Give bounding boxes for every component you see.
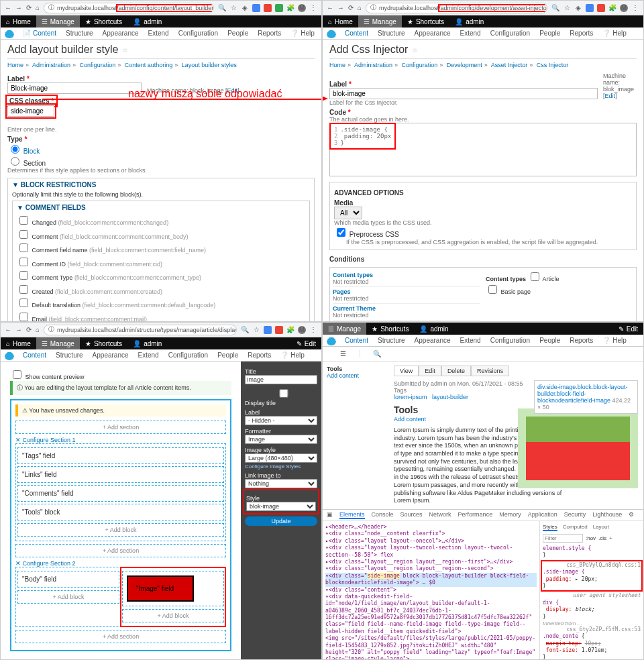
type-block-radio[interactable]: Block [7, 148, 40, 155]
menu-extend[interactable]: Extend [455, 28, 486, 39]
formatter-select[interactable]: Image [245, 435, 317, 444]
zoom-icon[interactable]: 🔍 [241, 326, 249, 334]
style-rule-div[interactable]: user agent stylesheet div { display: blo… [543, 592, 641, 620]
restrictions-legend[interactable]: BLOCK RESTRICTIONS [21, 181, 97, 188]
tab-elements[interactable]: Elements [339, 511, 365, 519]
shortcuts-tab[interactable]: ★ Shortcuts [402, 15, 449, 28]
menu-help[interactable]: ❔ Help [286, 28, 319, 39]
diamond-icon[interactable]: ◈ [574, 4, 582, 12]
user-tab[interactable]: 👤 admin [127, 15, 167, 28]
tab-console[interactable]: Console [372, 511, 394, 519]
add-block-link[interactable]: + Add block [122, 609, 224, 622]
filter-input[interactable] [543, 534, 583, 543]
favorite-icon[interactable]: ☆ [412, 46, 418, 54]
menu-reports[interactable]: Reports [253, 28, 286, 39]
tab-lighthouse[interactable]: Lighthouse [592, 511, 622, 519]
menu-icon[interactable]: ☰ [327, 350, 360, 358]
favorite-icon[interactable]: ☆ [122, 46, 128, 54]
tab-revisions[interactable]: Revisions [471, 366, 509, 376]
tab-layout[interactable]: Layout [593, 524, 609, 531]
inspect-icon[interactable]: ▣ [327, 511, 333, 519]
comment-field-checkbox[interactable]: Changed (field_block:comment:comment:cha… [17, 214, 305, 228]
diamond-icon[interactable]: ◈ [241, 4, 249, 12]
add-block-link[interactable]: + Add block [17, 590, 119, 604]
puzzle-icon[interactable]: 🧩 [286, 326, 294, 334]
tab-security[interactable]: Security [564, 511, 586, 519]
code-editor[interactable]: 1.side-image { 2 padding: 20px 3} [329, 123, 637, 176]
configure-section-2[interactable]: Configure Section 2 [23, 560, 76, 567]
menu-configuration[interactable]: Configuration [486, 28, 535, 39]
media-select[interactable]: All [334, 207, 362, 219]
tab-computed[interactable]: Computed [563, 524, 588, 531]
field-body[interactable]: "Body" field [17, 571, 119, 588]
star-icon[interactable]: ☆ [563, 4, 571, 12]
field-tags[interactable]: "Tags" field [17, 447, 224, 464]
forward-icon[interactable]: → [15, 326, 22, 333]
preprocess-checkbox[interactable]: Preprocess CSS [334, 231, 399, 238]
dom-tree[interactable]: ▸<header>…</header>▾<div class="node__co… [323, 521, 539, 660]
home-tab[interactable]: ⌂ Home [323, 15, 358, 28]
ext-icon[interactable] [264, 326, 272, 334]
css-classes-input[interactable] [7, 105, 54, 117]
ext-icon-1[interactable] [252, 4, 260, 12]
menu-icon[interactable]: ⋮ [631, 4, 639, 12]
forward-icon[interactable]: → [15, 4, 22, 11]
menu-help[interactable]: ❔ Help [598, 28, 631, 39]
hov-toggle[interactable]: :hov [586, 535, 596, 541]
style-rule-side-image[interactable]: css_BPeVylQ…n8dqA.css:1 .side-image { pa… [543, 562, 641, 590]
tab-sources[interactable]: Sources [400, 511, 423, 519]
configure-section-1[interactable]: Configure Section 1 [23, 437, 76, 443]
shortcuts-tab[interactable]: ★ Shortcuts [80, 15, 127, 28]
comment-field-checkbox[interactable]: Comment (field_block:comment:comment:com… [17, 228, 305, 242]
menu-content[interactable]: 📄 Content [18, 28, 61, 39]
menu-extend[interactable]: Extend [144, 28, 174, 39]
address-bar[interactable]: ⓘ mydrupalsite.localhost /admin/config/d… [366, 3, 547, 13]
comment-field-checkbox[interactable]: Created (field_block:comment:comment:cre… [17, 283, 305, 297]
menu-people[interactable]: People [223, 28, 253, 39]
configure-styles-link[interactable]: Configure Image Styles [245, 463, 301, 470]
comment-field-checkbox[interactable]: Comment field name (field_block:comment:… [17, 241, 305, 256]
gear-icon[interactable]: ⚙ [629, 511, 634, 519]
link-select[interactable]: Nothing [245, 479, 317, 488]
menu-structure[interactable]: Structure [373, 28, 410, 39]
add-content-link[interactable]: Add content [327, 372, 386, 379]
puzzle-icon[interactable]: 🧩 [608, 4, 616, 12]
tab-edit[interactable]: Edit [419, 366, 441, 376]
menu-appearance[interactable]: Appearance [98, 28, 144, 39]
drupal-logo-icon[interactable] [5, 351, 14, 360]
cls-toggle[interactable]: .cls [598, 535, 606, 541]
tab-delete[interactable]: Delete [441, 366, 471, 376]
address-bar[interactable]: ⓘ mydrupalsite.localhost /admin/config/c… [44, 3, 214, 13]
field-image[interactable]: "Image" field [122, 571, 224, 606]
style-rule[interactable]: element.style { } [543, 545, 641, 559]
ext-icon-3[interactable] [275, 4, 283, 12]
menu-appearance[interactable]: Appearance [410, 28, 455, 39]
home-icon[interactable]: ⌂ [36, 4, 40, 11]
home-icon[interactable]: ⌂ [36, 326, 40, 333]
manage-tab[interactable]: ☰ Manage [36, 15, 80, 28]
tab-network[interactable]: Network [429, 511, 451, 519]
article-checkbox[interactable]: Article [528, 276, 559, 282]
back-icon[interactable]: ← [5, 326, 11, 333]
drupal-logo-icon[interactable] [327, 336, 336, 345]
tag-link[interactable]: layout-builder [432, 394, 468, 400]
ext-icon[interactable] [597, 4, 605, 12]
ext-icon[interactable] [275, 326, 283, 334]
avatar-icon[interactable]: M [298, 326, 306, 334]
condition-row[interactable]: PagesNot restricted [333, 287, 480, 304]
add-section-link[interactable]: + Add section [15, 630, 226, 643]
manage-tab[interactable]: ☰ Manage [358, 15, 402, 28]
comment-field-checkbox[interactable]: Comment ID (field_block:comment:comment:… [17, 256, 305, 270]
condition-row[interactable]: Current ThemeNot restricted [333, 304, 480, 321]
search-icon[interactable]: 🔍 [360, 350, 394, 358]
comment-field-checkbox[interactable]: Email (field_block:comment:comment:mail) [17, 311, 305, 323]
block-style-select[interactable]: blok-image [246, 502, 316, 511]
tab-application[interactable]: Application [528, 511, 557, 519]
edit-button[interactable]: ✎ Edit [291, 337, 321, 349]
menu-icon[interactable]: ⋮ [309, 4, 317, 12]
title-input[interactable] [245, 375, 317, 384]
avatar-icon[interactable]: M [620, 4, 628, 12]
add-section-link[interactable]: + Add section [15, 544, 226, 557]
tab-memory[interactable]: Memory [499, 511, 521, 519]
puzzle-icon[interactable]: 🧩 [286, 4, 294, 12]
